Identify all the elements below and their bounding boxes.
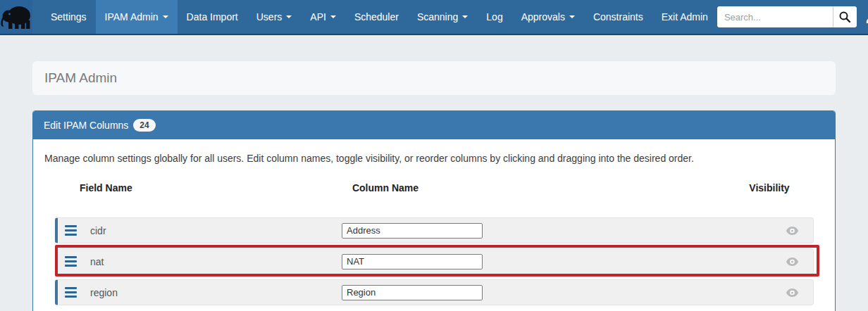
eye-icon[interactable]	[786, 227, 798, 235]
nav-item-label: Approvals	[521, 11, 565, 23]
nav-item-label: IPAM Admin	[105, 11, 159, 23]
table-row-nat[interactable]: nat	[55, 248, 814, 274]
eye-icon[interactable]	[786, 258, 798, 266]
column-name-header: Column Name	[352, 182, 418, 193]
navbar: Settings IPAM Admin Data Import Users AP…	[0, 0, 868, 35]
column-name-input[interactable]	[342, 254, 483, 269]
nav-item-scheduler[interactable]: Scheduler	[345, 0, 408, 34]
search-input[interactable]	[717, 6, 833, 27]
nav-item-label: Settings	[51, 11, 87, 23]
table-row-cidr[interactable]: cidr	[55, 217, 814, 243]
mammoth-logo[interactable]	[0, 0, 32, 34]
nav-item-ipam-admin[interactable]: IPAM Admin	[96, 0, 178, 34]
nav-item-data-import[interactable]: Data Import	[178, 0, 247, 34]
nav-item-settings[interactable]: Settings	[42, 0, 96, 34]
column-rows: cidr nat	[55, 217, 814, 305]
panel-description: Manage column settings globally for all …	[44, 153, 824, 164]
caret-down-icon	[569, 15, 575, 18]
caret-down-icon	[286, 15, 292, 18]
nav-item-label: Scheduler	[354, 11, 399, 23]
navbar-right	[717, 0, 868, 34]
nav-item-label: Log	[486, 11, 502, 23]
page-content: IPAM Admin Edit IPAM Columns 24 Manage c…	[32, 61, 836, 311]
eye-icon[interactable]	[786, 288, 798, 297]
caret-down-icon	[462, 15, 468, 18]
nav-item-log[interactable]: Log	[477, 0, 512, 34]
column-name-input[interactable]	[342, 223, 483, 239]
visibility-header: Visibility	[749, 182, 789, 193]
table-row-region[interactable]: region	[55, 279, 814, 305]
mammoth-icon	[0, 4, 32, 30]
nav-item-api[interactable]: API	[301, 0, 345, 34]
nav-items: Settings IPAM Admin Data Import Users AP…	[42, 0, 717, 34]
drag-handle-icon[interactable]	[65, 256, 77, 267]
search-group	[717, 6, 857, 27]
caret-down-icon	[330, 15, 336, 18]
nav-item-label: API	[310, 11, 326, 23]
caret-down-icon	[163, 15, 168, 18]
nav-item-users[interactable]: Users	[247, 0, 302, 34]
nav-item-scanning[interactable]: Scanning	[408, 0, 477, 34]
field-name-label: nat	[90, 256, 342, 267]
drag-handle-icon[interactable]	[65, 225, 77, 236]
nav-item-exit-admin[interactable]: Exit Admin	[652, 0, 717, 34]
search-icon	[838, 11, 851, 23]
page-title: IPAM Admin	[44, 70, 117, 86]
table-header: Field Name Column Name Visibility	[33, 182, 835, 193]
field-name-label: region	[90, 287, 342, 298]
nav-item-constraints[interactable]: Constraints	[584, 0, 652, 34]
count-badge: 24	[133, 119, 155, 132]
panel-heading: Edit IPAM Columns 24	[33, 111, 835, 139]
drag-handle-icon[interactable]	[65, 287, 77, 298]
panel-title: Edit IPAM Columns	[44, 120, 128, 131]
edit-ipam-columns-panel: Edit IPAM Columns 24 Manage column setti…	[32, 110, 836, 311]
search-button[interactable]	[833, 6, 857, 27]
field-name-header: Field Name	[80, 182, 132, 193]
column-name-input[interactable]	[342, 285, 483, 300]
nav-item-label: Exit Admin	[662, 11, 708, 23]
user-menu-button[interactable]	[864, 10, 868, 25]
user-icon	[864, 10, 868, 25]
nav-item-label: Users	[256, 11, 283, 23]
nav-item-label: Scanning	[417, 11, 458, 23]
nav-item-label: Data Import	[187, 11, 238, 23]
page-header: IPAM Admin	[32, 61, 836, 95]
field-name-label: cidr	[90, 225, 342, 236]
nav-item-approvals[interactable]: Approvals	[512, 0, 584, 34]
panel-body: Manage column settings globally for all …	[33, 139, 835, 311]
nav-item-label: Constraints	[593, 11, 643, 23]
